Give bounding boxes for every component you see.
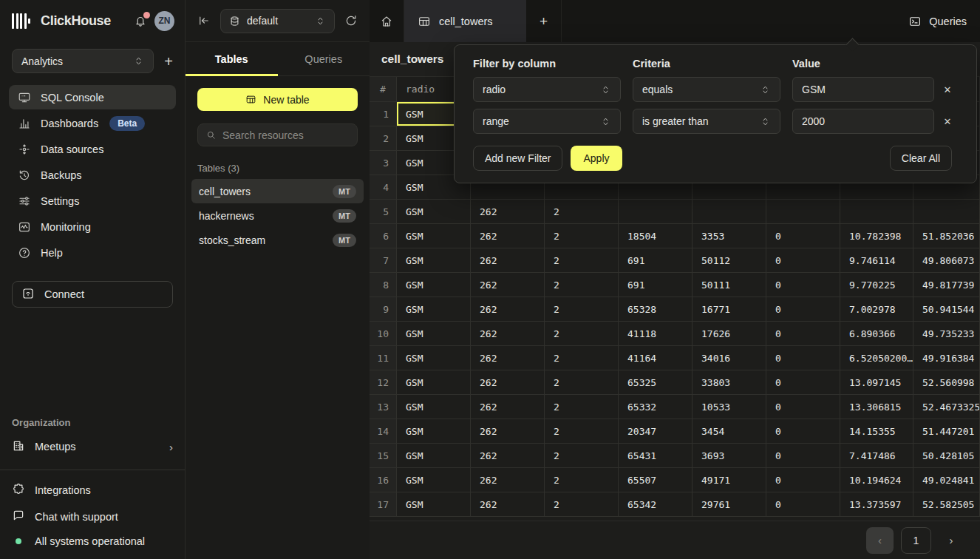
- table-cell[interactable]: 7.417486: [840, 444, 913, 468]
- table-cell[interactable]: 0: [766, 322, 840, 346]
- table-cell[interactable]: GSM: [397, 492, 471, 517]
- table-cell[interactable]: 262: [471, 419, 545, 444]
- table-cell[interactable]: 10.782398: [840, 224, 913, 248]
- table-cell[interactable]: 2: [545, 468, 619, 492]
- sidebar-item-backups[interactable]: Backups: [9, 163, 176, 187]
- table-cell[interactable]: 2: [545, 200, 619, 224]
- table-cell[interactable]: 0: [766, 419, 840, 444]
- table-cell[interactable]: 50.428105: [913, 444, 980, 468]
- table-cell[interactable]: [913, 200, 980, 224]
- table-cell[interactable]: 2: [545, 419, 619, 444]
- sidebar-item-help[interactable]: Help: [9, 240, 176, 265]
- table-cell[interactable]: GSM: [397, 322, 471, 346]
- open-tab-cell-towers[interactable]: cell_towers: [404, 0, 526, 42]
- table-cell[interactable]: 262: [471, 248, 545, 273]
- table-cell[interactable]: 6.52050200…: [840, 346, 913, 370]
- table-cell[interactable]: 2: [545, 273, 619, 297]
- table-cell[interactable]: 0: [766, 370, 840, 395]
- table-cell[interactable]: 65325: [619, 370, 693, 395]
- table-cell[interactable]: 0: [766, 395, 840, 419]
- table-cell[interactable]: 13.097145: [840, 370, 913, 395]
- filter-value-input[interactable]: [792, 77, 934, 102]
- sidebar-item-monitoring[interactable]: Monitoring: [9, 214, 176, 239]
- table-cell[interactable]: 20347: [619, 419, 693, 444]
- table-cell[interactable]: 0: [766, 492, 840, 517]
- sidebar-item-sql-console[interactable]: SQL Console: [9, 85, 176, 109]
- table-cell[interactable]: 262: [471, 273, 545, 297]
- table-cell[interactable]: 52.582505: [913, 492, 980, 517]
- notifications-bell-icon[interactable]: [134, 14, 147, 27]
- add-workspace-button[interactable]: +: [164, 54, 173, 69]
- collapse-sidebar-icon[interactable]: [197, 14, 211, 27]
- table-cell[interactable]: 0: [766, 297, 840, 322]
- table-cell[interactable]: 0: [766, 468, 840, 492]
- table-item-hackernews[interactable]: hackernews MT: [191, 203, 364, 228]
- table-cell[interactable]: GSM: [397, 273, 471, 297]
- home-button[interactable]: [370, 0, 404, 42]
- table-cell[interactable]: 51.447201: [913, 419, 980, 444]
- table-cell[interactable]: GSM: [397, 468, 471, 492]
- table-cell[interactable]: 41164: [619, 346, 693, 370]
- table-cell[interactable]: 262: [471, 468, 545, 492]
- table-cell[interactable]: 6.890366: [840, 322, 913, 346]
- table-cell[interactable]: 0: [766, 273, 840, 297]
- table-cell[interactable]: GSM: [397, 248, 471, 273]
- refresh-tables-icon[interactable]: [344, 14, 358, 27]
- table-cell[interactable]: 51.852036: [913, 224, 980, 248]
- current-page-button[interactable]: 1: [901, 527, 931, 554]
- connect-button[interactable]: Connect: [12, 281, 173, 308]
- table-cell[interactable]: 691: [619, 248, 693, 273]
- tab-tables[interactable]: Tables: [186, 42, 278, 75]
- table-cell[interactable]: 0: [766, 346, 840, 370]
- table-cell[interactable]: 262: [471, 346, 545, 370]
- table-cell[interactable]: GSM: [397, 200, 471, 224]
- table-cell[interactable]: 2: [545, 322, 619, 346]
- table-cell[interactable]: 3353: [693, 224, 766, 248]
- filter-criteria-select[interactable]: equals: [633, 77, 780, 102]
- table-cell[interactable]: GSM: [397, 444, 471, 468]
- table-cell[interactable]: 49.735233: [913, 322, 980, 346]
- table-cell[interactable]: 3454: [693, 419, 766, 444]
- table-cell[interactable]: [840, 200, 913, 224]
- table-cell[interactable]: 65507: [619, 468, 693, 492]
- remove-filter-icon[interactable]: ✕: [936, 84, 959, 95]
- sidebar-item-integrations[interactable]: Integrations: [12, 482, 173, 498]
- table-cell[interactable]: 49.817739: [913, 273, 980, 297]
- table-cell[interactable]: 262: [471, 322, 545, 346]
- table-cell[interactable]: [693, 200, 766, 224]
- table-cell[interactable]: 262: [471, 297, 545, 322]
- table-cell[interactable]: 16771: [693, 297, 766, 322]
- table-cell[interactable]: GSM: [397, 395, 471, 419]
- add-new-filter-button[interactable]: Add new Filter: [473, 146, 562, 171]
- table-cell[interactable]: 17626: [693, 322, 766, 346]
- table-cell[interactable]: GSM: [397, 297, 471, 322]
- table-cell[interactable]: 29761: [693, 492, 766, 517]
- tab-queries[interactable]: Queries: [278, 42, 370, 75]
- table-cell[interactable]: 52.560998: [913, 370, 980, 395]
- table-cell[interactable]: 2: [545, 297, 619, 322]
- table-item-stocks-stream[interactable]: stocks_stream MT: [191, 228, 364, 252]
- table-cell[interactable]: 50.941544: [913, 297, 980, 322]
- table-cell[interactable]: 262: [471, 200, 545, 224]
- table-cell[interactable]: 65431: [619, 444, 693, 468]
- table-cell[interactable]: 49.024841: [913, 468, 980, 492]
- table-cell[interactable]: [619, 200, 693, 224]
- sidebar-item-data-sources[interactable]: Data sources: [9, 137, 176, 161]
- table-cell[interactable]: 41118: [619, 322, 693, 346]
- table-cell[interactable]: 50111: [693, 273, 766, 297]
- filter-criteria-select[interactable]: is greater than: [633, 109, 780, 134]
- queries-button[interactable]: Queries: [895, 0, 980, 42]
- table-cell[interactable]: 13.373597: [840, 492, 913, 517]
- prev-page-button[interactable]: ‹: [866, 527, 894, 554]
- table-cell[interactable]: 18504: [619, 224, 693, 248]
- table-cell[interactable]: GSM: [397, 224, 471, 248]
- table-item-cell-towers[interactable]: cell_towers MT: [191, 179, 364, 203]
- table-cell[interactable]: 2: [545, 370, 619, 395]
- table-cell[interactable]: 49171: [693, 468, 766, 492]
- table-cell[interactable]: 2: [545, 492, 619, 517]
- search-resources[interactable]: [197, 123, 358, 146]
- new-table-button[interactable]: New table: [197, 88, 358, 111]
- table-cell[interactable]: 262: [471, 444, 545, 468]
- table-cell[interactable]: 3693: [693, 444, 766, 468]
- table-cell[interactable]: 10.194624: [840, 468, 913, 492]
